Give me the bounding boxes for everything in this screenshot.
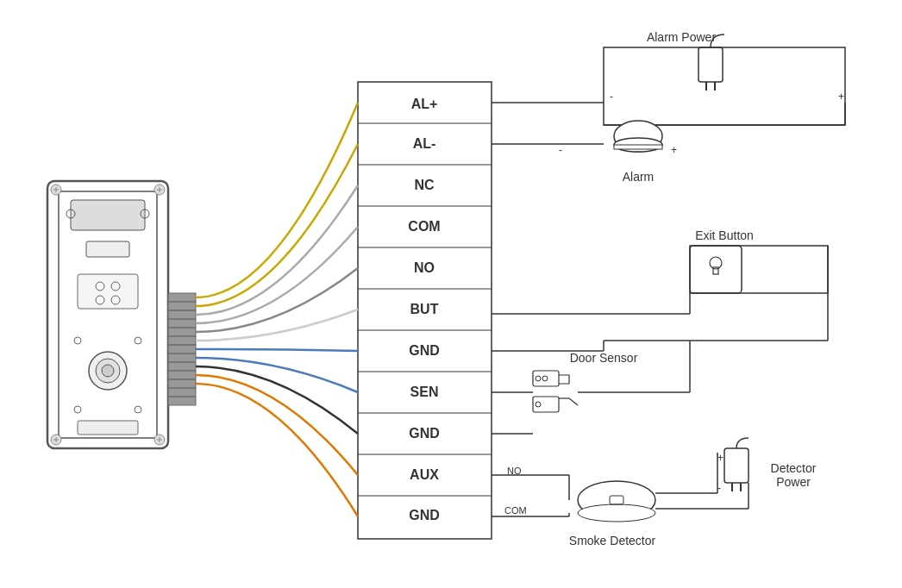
detector-power-label2: Power — [776, 475, 811, 489]
svg-rect-58 — [71, 200, 145, 230]
terminal-gnd1: GND — [409, 343, 440, 358]
svg-rect-33 — [533, 371, 559, 386]
svg-rect-36 — [533, 397, 559, 412]
alarm-power-minus: - — [610, 91, 613, 103]
terminal-nc: NC — [414, 178, 435, 192]
svg-rect-62 — [78, 274, 138, 309]
alarm-label: Alarm — [623, 170, 655, 184]
alarm-power-label: Alarm Power — [647, 30, 716, 44]
terminal-but: BUT — [410, 302, 439, 316]
smoke-com-label: COM — [504, 505, 527, 516]
exit-button-label: Exit Button — [695, 228, 754, 242]
terminal-sen: SEN — [410, 385, 439, 399]
detector-power-label: Detector — [771, 461, 817, 475]
svg-point-43 — [578, 504, 655, 522]
smoke-no-label: NO — [507, 466, 522, 476]
terminal-al-minus: AL- — [413, 136, 436, 151]
svg-rect-74 — [78, 421, 138, 435]
detector-plus: + — [717, 452, 723, 464]
terminal-gnd2: GND — [409, 426, 440, 441]
terminal-al-plus: AL+ — [411, 97, 438, 111]
door-sensor-label: Door Sensor — [570, 351, 638, 365]
terminal-no: NO — [414, 260, 435, 275]
alarm-minus: - — [559, 144, 562, 156]
terminal-gnd3: GND — [409, 508, 440, 522]
svg-point-69 — [102, 365, 114, 377]
terminal-aux: AUX — [410, 467, 439, 482]
svg-rect-59 — [86, 241, 129, 257]
alarm-plus: + — [671, 144, 677, 156]
svg-rect-22 — [614, 145, 662, 149]
smoke-detector-label: Smoke Detector — [569, 534, 656, 547]
alarm-power-plus: + — [838, 91, 844, 103]
terminal-com: COM — [408, 219, 440, 234]
